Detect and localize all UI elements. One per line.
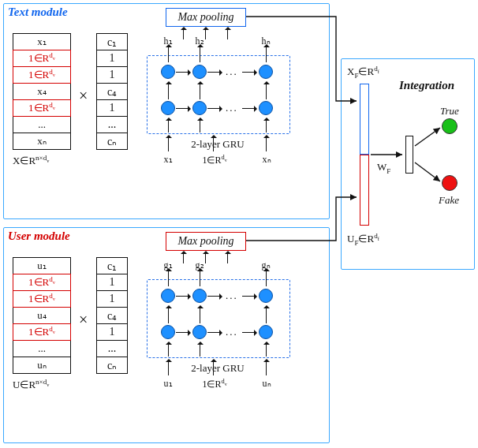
user-u-stack: u₁ 1∈Rdv 1∈Rdv u₄ 1∈Rdv ... uₙ xyxy=(13,257,71,374)
wf-vector xyxy=(405,136,413,174)
arrow-up-icon xyxy=(183,252,184,263)
arrow-up-icon xyxy=(168,45,169,62)
arrow-right-icon xyxy=(242,296,256,297)
arrow-up-icon xyxy=(227,252,228,263)
gru-node xyxy=(259,325,273,339)
arrow-right-icon xyxy=(176,296,190,297)
arrow-up-icon xyxy=(168,306,169,323)
arrow-up-icon xyxy=(200,342,200,357)
arrow-up-icon xyxy=(213,136,214,151)
text-h-label: h₁ xyxy=(160,35,176,47)
arrow-up-icon xyxy=(168,360,169,375)
text-c-cell: 1 xyxy=(96,50,128,67)
text-x-cell: xₙ xyxy=(13,133,71,150)
text-gru-label: 2-layer GRU xyxy=(170,138,265,151)
cell-text: 1∈Rdv xyxy=(28,292,55,305)
gru-ellipsis: ... xyxy=(226,65,238,78)
user-in-label: u₁ xyxy=(158,378,178,390)
cell-text: 1∈Rdv xyxy=(28,101,55,114)
gru-node xyxy=(259,65,273,79)
arrow-up-icon xyxy=(213,360,214,375)
user-c-cell: 1 xyxy=(96,290,128,308)
arrow-right-icon xyxy=(207,72,222,73)
gru-node xyxy=(161,289,175,303)
text-h-label: hₙ xyxy=(258,35,274,47)
arrow-right-icon xyxy=(207,296,222,297)
output-fake-label: Fake xyxy=(439,194,459,207)
user-c-cell: 1 xyxy=(96,323,128,341)
wf-label: WF xyxy=(377,161,390,175)
arrow-up-icon xyxy=(266,269,267,286)
text-c-cell: cₙ xyxy=(96,133,128,150)
arrow-right-icon xyxy=(207,108,222,109)
arrow-up-icon xyxy=(168,342,169,357)
user-c-cell: 1 xyxy=(96,274,128,291)
arrow-up-icon xyxy=(266,82,267,99)
user-g-label: g₁ xyxy=(160,259,176,271)
text-x-cell: 1∈Rdv xyxy=(13,50,71,67)
user-mult-op: × xyxy=(79,311,88,329)
text-c-cell: ... xyxy=(96,116,128,133)
arrow-up-icon xyxy=(168,82,169,99)
gru-node xyxy=(259,101,273,115)
uf-label: UF∈Rdf xyxy=(347,232,379,247)
user-g-label: gₙ xyxy=(258,259,274,271)
integration-title: Integration xyxy=(399,79,454,92)
arrow-right-icon xyxy=(176,72,190,73)
gru-node xyxy=(161,101,175,115)
user-u-caption: U∈Rn×dv xyxy=(13,378,49,391)
cell-text: 1∈Rdv xyxy=(28,68,55,81)
user-u-cell: ... xyxy=(13,340,71,357)
text-x-cell: x₄ xyxy=(13,83,71,100)
user-u-cell: uₙ xyxy=(13,357,71,374)
arrow-up-icon xyxy=(266,45,267,62)
text-x-caption: X∈Rn×dv xyxy=(13,154,49,167)
cell-text: 1∈Rdv xyxy=(28,275,55,289)
output-true-node xyxy=(442,118,457,134)
xf-label: XF∈Rdf xyxy=(347,65,379,80)
arrow-right-icon xyxy=(176,332,190,333)
arrow-up-icon xyxy=(168,118,169,133)
arrow-up-icon xyxy=(266,360,267,375)
arrow-up-icon xyxy=(200,269,200,286)
text-h-label: h₂ xyxy=(192,35,207,47)
arrow-right-icon xyxy=(207,332,222,333)
text-in-label: x₁ xyxy=(158,154,178,166)
gru-node xyxy=(192,101,207,115)
output-fake-node xyxy=(442,175,457,191)
arrow-right-icon xyxy=(176,108,190,109)
gru-node xyxy=(192,65,207,79)
arrow-up-icon xyxy=(200,118,200,133)
output-true-label: True xyxy=(440,105,459,118)
text-c-cell: 1 xyxy=(96,99,128,117)
user-in-label: uₙ xyxy=(256,378,277,390)
text-x-cell: 1∈Rdv xyxy=(13,99,71,117)
arrow-up-icon xyxy=(183,28,184,39)
user-u-cell: u₁ xyxy=(13,257,71,274)
gru-ellipsis: ... xyxy=(226,102,238,114)
text-c-cell: c₄ xyxy=(96,83,128,100)
xf-vector xyxy=(360,84,369,155)
arrow-right-icon xyxy=(242,332,256,333)
arrow-up-icon xyxy=(227,28,228,39)
text-c-cell: 1 xyxy=(96,66,128,84)
text-c-stack: c₁ 1 1 c₄ 1 ... cₙ xyxy=(96,33,128,150)
text-in-label: xₙ xyxy=(256,154,277,166)
user-module-title: User module xyxy=(8,230,70,243)
user-in-label: 1∈Rdv xyxy=(183,378,246,390)
gru-node xyxy=(192,325,207,339)
user-u-cell: 1∈Rdv xyxy=(13,323,71,341)
user-u-cell: 1∈Rdv xyxy=(13,274,71,291)
arrow-right-icon xyxy=(242,72,256,73)
arrow-up-icon xyxy=(200,82,200,99)
user-gru-label: 2-layer GRU xyxy=(170,362,265,375)
gru-node xyxy=(259,289,273,303)
cell-text: 1∈Rdv xyxy=(28,325,55,338)
arrow-up-icon xyxy=(266,118,267,133)
user-u-cell: u₄ xyxy=(13,307,71,324)
text-x-cell: ... xyxy=(13,116,71,133)
text-x-cell: 1∈Rdv xyxy=(13,66,71,84)
user-c-stack: c₁ 1 1 c₄ 1 ... cₙ xyxy=(96,257,128,374)
text-x-stack: x₁ 1∈Rdv 1∈Rdv x₄ 1∈Rdv ... xₙ xyxy=(13,33,71,150)
arrow-up-icon xyxy=(266,136,267,151)
